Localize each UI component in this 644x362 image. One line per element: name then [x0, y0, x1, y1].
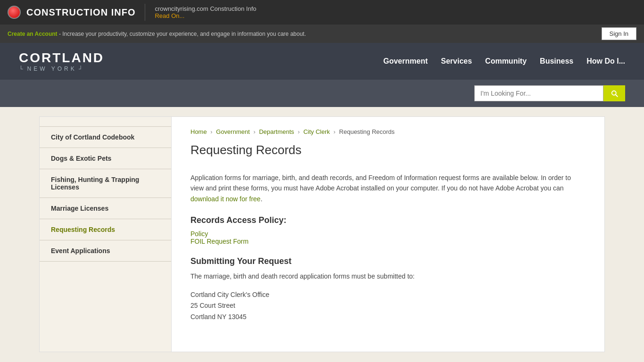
sidebar-item-event-applications[interactable]: Event Applications	[40, 240, 171, 262]
create-account-link[interactable]: Create an Account	[8, 31, 58, 37]
search-bar	[0, 80, 644, 107]
nav-community[interactable]: Community	[485, 57, 527, 66]
logo-bracket-right	[79, 66, 85, 72]
sidebar-item-requesting-records[interactable]: Requesting Records	[40, 219, 171, 240]
policy-links: Policy FOIL Request Form	[190, 230, 586, 245]
breadcrumb-departments[interactable]: Departments	[259, 128, 294, 135]
logo-state: NEW YORK	[19, 66, 104, 72]
address-line1: Cortland City Clerk's Office	[190, 289, 586, 301]
breadcrumb-city-clerk[interactable]: City Clerk	[303, 128, 330, 135]
account-text: Create an Account - Increase your produc…	[8, 31, 306, 37]
logo-bracket-left	[19, 66, 25, 72]
logo-block: CORTLAND NEW YORK	[19, 50, 104, 72]
construction-site: crowncityrising.com Construction Info	[155, 5, 256, 12]
breadcrumb-sep-2: ›	[253, 128, 257, 135]
account-description: - Increase your productivity, customize …	[58, 31, 306, 37]
sidebar: City of Cortland Codebook Dogs & Exotic …	[40, 117, 172, 352]
construction-link-block: crowncityrising.com Construction Info Re…	[155, 5, 256, 19]
breadcrumb-home[interactable]: Home	[190, 128, 207, 135]
body-paragraph: Application forms for marriage, birth, a…	[190, 173, 586, 204]
breadcrumb-sep-4: ›	[333, 128, 337, 135]
page-container: City of Cortland Codebook Dogs & Exotic …	[39, 116, 605, 352]
search-container	[474, 85, 625, 101]
construction-divider	[145, 4, 145, 21]
submitting-heading: Submitting Your Request	[190, 256, 586, 266]
download-link[interactable]: download it now for free	[190, 195, 261, 203]
breadcrumb-sep-1: ›	[210, 128, 214, 135]
submitting-text: The marriage, birth and death record app…	[190, 271, 586, 281]
search-input[interactable]	[474, 85, 603, 101]
policy-link[interactable]: Policy	[190, 230, 208, 238]
sidebar-item-dogs[interactable]: Dogs & Exotic Pets	[40, 148, 171, 169]
construction-read-on-link[interactable]: Read On...	[155, 12, 256, 19]
main-header: CORTLAND NEW YORK Government Services Co…	[0, 43, 644, 80]
breadcrumb-government[interactable]: Government	[216, 128, 250, 135]
construction-title: CONSTRUCTION INFO	[26, 7, 135, 18]
construction-icon	[8, 6, 21, 19]
breadcrumb-sep-3: ›	[297, 128, 301, 135]
nav-government[interactable]: Government	[383, 57, 428, 66]
sidebar-item-codebook[interactable]: City of Cortland Codebook	[40, 126, 171, 148]
search-icon	[610, 89, 619, 98]
foil-link[interactable]: FOIL Request Form	[190, 238, 248, 245]
main-nav: Government Services Community Business H…	[383, 57, 625, 66]
search-button[interactable]	[603, 85, 625, 101]
logo-state-text: NEW YORK	[27, 66, 77, 72]
page-title: Requesting Records	[190, 143, 586, 161]
logo-city: CORTLAND	[19, 50, 104, 66]
breadcrumb: Home › Government › Departments › City C…	[190, 128, 586, 135]
construction-banner: CONSTRUCTION INFO crowncityrising.com Co…	[0, 0, 644, 25]
address-line2: 25 Court Street	[190, 300, 586, 312]
sign-in-button[interactable]: Sign In	[602, 27, 636, 40]
nav-services[interactable]: Services	[441, 57, 472, 66]
sidebar-item-fishing[interactable]: Fishing, Hunting & Trapping Licenses	[40, 169, 171, 198]
address-block: Cortland City Clerk's Office 25 Court St…	[190, 289, 586, 323]
breadcrumb-current: Requesting Records	[339, 128, 395, 135]
nav-business[interactable]: Business	[540, 57, 573, 66]
main-content: Home › Government › Departments › City C…	[172, 117, 604, 352]
records-access-heading: Records Access Policy:	[190, 215, 586, 225]
sidebar-item-marriage[interactable]: Marriage Licenses	[40, 198, 171, 219]
body-text-content: Application forms for marriage, birth, a…	[190, 174, 571, 192]
account-banner: Create an Account - Increase your produc…	[0, 25, 644, 43]
nav-how-do-i[interactable]: How Do I...	[586, 57, 625, 66]
address-line3: Cortland NY 13045	[190, 312, 586, 323]
